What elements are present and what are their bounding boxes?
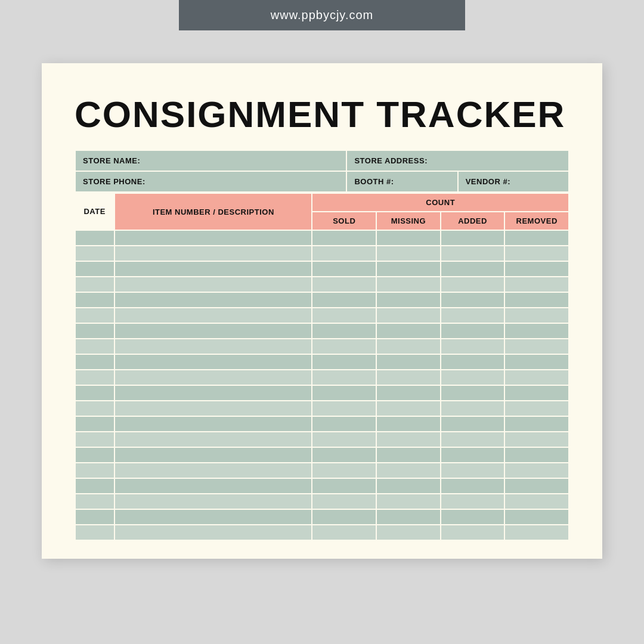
table-cell <box>504 370 569 385</box>
table-cell <box>441 246 505 261</box>
table-row <box>75 478 569 494</box>
table-cell <box>75 494 114 509</box>
table-cell <box>75 339 114 354</box>
table-cell <box>114 401 312 416</box>
table-cell <box>441 509 505 525</box>
count-header: COUNT <box>312 193 569 212</box>
table-cell <box>376 509 441 525</box>
table-cell <box>75 292 114 308</box>
page-wrapper: CONSIGNMENT TRACKER STORE NAME: STORE AD… <box>42 63 602 559</box>
table-cell <box>75 478 114 494</box>
table-cell <box>312 370 376 385</box>
table-cell <box>504 354 569 370</box>
table-cell <box>312 463 376 478</box>
table-cell <box>75 463 114 478</box>
removed-header: REMOVED <box>504 212 569 230</box>
table-row <box>75 292 569 308</box>
page-title: CONSIGNMENT TRACKER <box>75 93 569 135</box>
table-cell <box>376 525 441 540</box>
table-cell <box>75 308 114 323</box>
table-cell <box>312 525 376 540</box>
table-cell <box>504 432 569 447</box>
store-address-field: STORE ADDRESS: <box>346 150 569 171</box>
table-cell <box>312 385 376 401</box>
table-cell <box>312 354 376 370</box>
table-cell <box>441 447 505 463</box>
missing-header: MISSING <box>376 212 441 230</box>
table-cell <box>376 261 441 277</box>
table-cell <box>75 323 114 339</box>
table-cell <box>312 277 376 292</box>
table-cell <box>114 478 312 494</box>
table-cell <box>312 447 376 463</box>
table-cell <box>441 416 505 432</box>
table-cell <box>312 478 376 494</box>
table-cell <box>75 277 114 292</box>
table-cell <box>441 478 505 494</box>
table-cell <box>376 416 441 432</box>
table-cell <box>376 401 441 416</box>
table-cell <box>312 323 376 339</box>
table-cell <box>504 494 569 509</box>
table-row <box>75 432 569 447</box>
table-cell <box>114 463 312 478</box>
table-cell <box>504 230 569 246</box>
table-cell <box>504 308 569 323</box>
table-cell <box>75 525 114 540</box>
table-cell <box>312 308 376 323</box>
table-cell <box>441 370 505 385</box>
table-cell <box>376 246 441 261</box>
table-cell <box>441 277 505 292</box>
table-cell <box>504 416 569 432</box>
table-cell <box>312 509 376 525</box>
table-cell <box>376 277 441 292</box>
table-cell <box>504 323 569 339</box>
table-cell <box>441 323 505 339</box>
table-row <box>75 509 569 525</box>
table-cell <box>441 308 505 323</box>
table-cell <box>114 308 312 323</box>
table-cell <box>504 261 569 277</box>
table-row <box>75 401 569 416</box>
table-cell <box>441 354 505 370</box>
table-cell <box>441 261 505 277</box>
website-url: www.ppbycjy.com <box>271 8 373 21</box>
table-cell <box>312 339 376 354</box>
table-cell <box>312 230 376 246</box>
table-cell <box>504 385 569 401</box>
booth-label: BOOTH #: <box>354 177 394 186</box>
table-cell <box>504 463 569 478</box>
table-cell <box>441 230 505 246</box>
table-cell <box>376 385 441 401</box>
table-cell <box>376 370 441 385</box>
table-cell <box>504 339 569 354</box>
item-description-header: ITEM NUMBER / DESCRIPTION <box>114 193 312 230</box>
added-header: ADDED <box>441 212 505 230</box>
table-cell <box>504 246 569 261</box>
store-address-label: STORE ADDRESS: <box>354 156 428 165</box>
table-cell <box>114 370 312 385</box>
table-cell <box>504 292 569 308</box>
table-cell <box>504 401 569 416</box>
booth-field: BOOTH #: <box>346 171 457 192</box>
table-cell <box>114 494 312 509</box>
sold-header: SOLD <box>312 212 376 230</box>
table-cell <box>114 246 312 261</box>
table-row <box>75 447 569 463</box>
table-cell <box>75 246 114 261</box>
table-cell <box>376 432 441 447</box>
table-cell <box>376 494 441 509</box>
table-cell <box>441 401 505 416</box>
info-grid: STORE NAME: STORE ADDRESS: STORE PHONE: … <box>75 150 569 193</box>
vendor-label: VENDOR #: <box>466 177 510 186</box>
table-row <box>75 308 569 323</box>
table-cell <box>114 432 312 447</box>
table-cell <box>114 525 312 540</box>
table-cell <box>114 385 312 401</box>
table-cell <box>114 354 312 370</box>
table-row <box>75 494 569 509</box>
store-phone-label: STORE PHONE: <box>83 177 145 186</box>
store-name-label: STORE NAME: <box>83 156 140 165</box>
store-phone-field: STORE PHONE: <box>75 171 346 192</box>
table-cell <box>312 494 376 509</box>
